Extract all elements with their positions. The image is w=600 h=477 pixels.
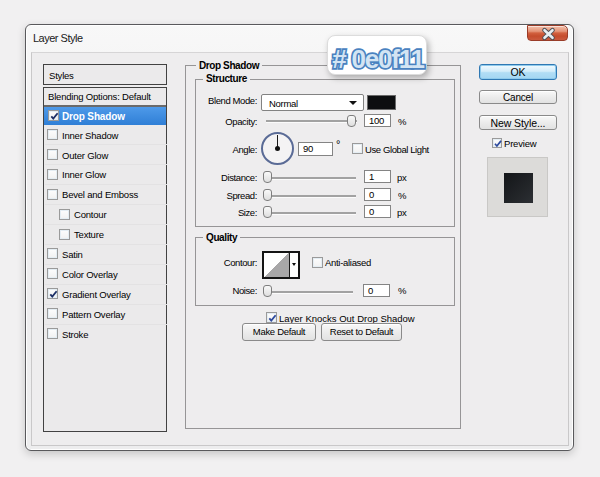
svg-text:# 0e0f11: # 0e0f11 — [332, 44, 424, 74]
